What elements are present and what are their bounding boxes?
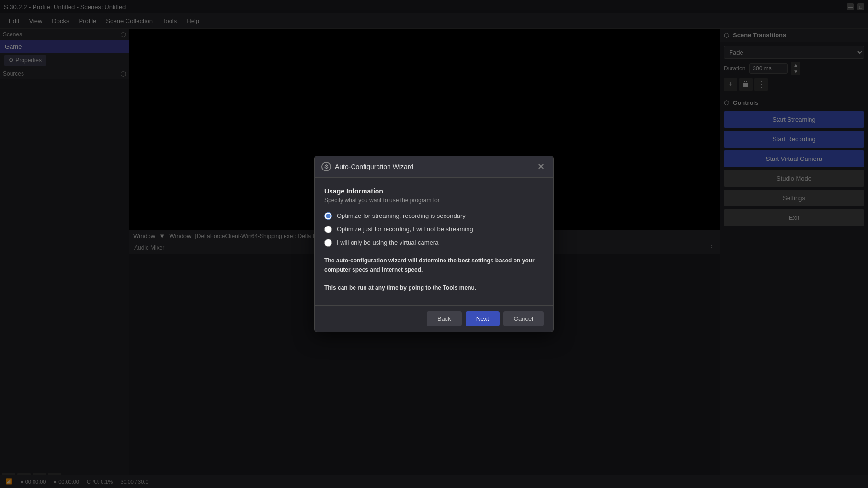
dialog-info-text: The auto-configuration wizard will deter… xyxy=(324,256,544,293)
auto-config-dialog: ⚙ Auto-Configuration Wizard ✕ Usage Info… xyxy=(314,156,554,333)
dialog-titlebar: ⚙ Auto-Configuration Wizard ✕ xyxy=(315,156,553,178)
radio-label-1: Optimize for streaming, recording is sec… xyxy=(337,212,466,219)
dialog-body: Usage Information Specify what you want … xyxy=(315,178,553,306)
dialog-close-button[interactable]: ✕ xyxy=(535,161,547,172)
wizard-icon: ⚙ xyxy=(321,162,331,171)
radio-group: Optimize for streaming, recording is sec… xyxy=(324,212,544,247)
dialog-footer: Back Next Cancel xyxy=(315,305,553,332)
info-text-1: The auto-configuration wizard will deter… xyxy=(324,257,535,273)
dialog-title-area: ⚙ Auto-Configuration Wizard xyxy=(321,162,413,171)
radio-option-2[interactable]: Optimize just for recording, I will not … xyxy=(324,226,544,233)
info-text-2: This can be run at any time by going to … xyxy=(324,284,476,291)
radio-input-2[interactable] xyxy=(324,226,332,233)
dialog-section-subtitle: Specify what you want to use the program… xyxy=(324,197,544,204)
cancel-button[interactable]: Cancel xyxy=(503,311,544,326)
radio-option-3[interactable]: I will only be using the virtual camera xyxy=(324,239,544,247)
dialog-overlay: ⚙ Auto-Configuration Wizard ✕ Usage Info… xyxy=(0,0,868,488)
back-button[interactable]: Back xyxy=(427,311,462,326)
dialog-title-text: Auto-Configuration Wizard xyxy=(335,163,413,170)
dialog-section-title: Usage Information xyxy=(324,187,544,195)
radio-label-2: Optimize just for recording, I will not … xyxy=(337,226,473,233)
radio-option-1[interactable]: Optimize for streaming, recording is sec… xyxy=(324,212,544,220)
radio-input-3[interactable] xyxy=(324,239,332,247)
radio-label-3: I will only be using the virtual camera xyxy=(337,239,438,246)
next-button[interactable]: Next xyxy=(466,311,500,326)
radio-input-1[interactable] xyxy=(324,212,332,220)
